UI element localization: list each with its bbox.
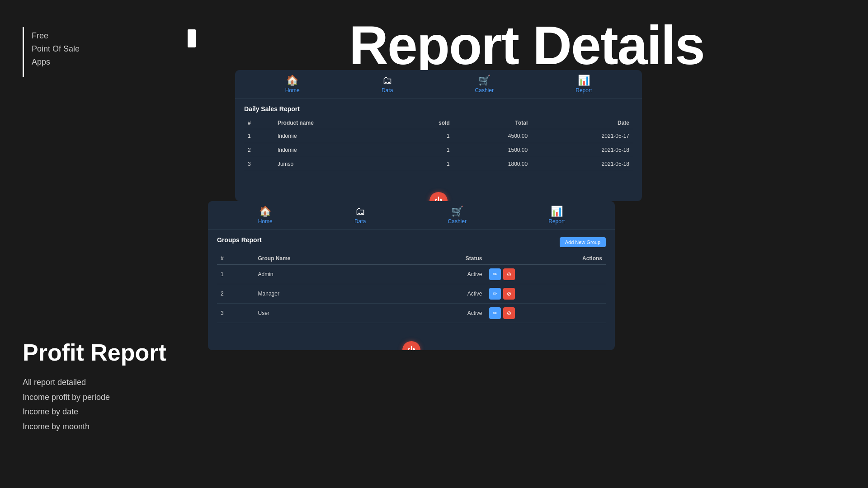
nav-report-bottom[interactable]: 📊 Report xyxy=(548,206,565,225)
daily-sales-table: # Product name sold Total Date 1 Indomie… xyxy=(244,117,633,171)
table-row: 2 Manager Active ✏ ⊘ xyxy=(217,284,606,304)
daily-sales-area: Daily Sales Report # Product name sold T… xyxy=(235,99,642,178)
row-product: Indomie xyxy=(274,129,400,143)
grow-status: Active xyxy=(399,304,486,323)
grow-actions: ✏ ⊘ xyxy=(486,284,606,304)
profit-report-title: Profit Report xyxy=(23,339,166,366)
grow-num: 1 xyxy=(217,265,255,284)
screens-wrapper: 🏠 Home 🗂 Data 🛒 Cashier 📊 Report xyxy=(208,70,868,488)
col-date: Date xyxy=(531,117,633,129)
nav-report-top[interactable]: 📊 Report xyxy=(576,75,592,94)
grow-status: Active xyxy=(399,284,486,304)
data-icon-top: 🗂 xyxy=(382,75,392,86)
delete-button[interactable]: ⊘ xyxy=(503,288,515,300)
cashier-icon-top: 🛒 xyxy=(478,75,491,86)
nav-cashier-bottom[interactable]: 🛒 Cashier xyxy=(448,206,467,225)
app-info: Free Point Of Sale Apps xyxy=(32,29,80,68)
home-icon-bottom: 🏠 xyxy=(259,206,271,217)
action-buttons: ✏ ⊘ xyxy=(489,307,602,319)
bottom-left-section: Profit Report All report detailed Income… xyxy=(23,339,166,434)
row-num: 1 xyxy=(244,129,274,143)
vertical-divider xyxy=(23,27,24,77)
main-title: Report Details xyxy=(194,18,868,72)
gcol-status: Status xyxy=(399,253,486,265)
status-badge: Active xyxy=(467,291,482,297)
app-line2: Point Of Sale xyxy=(32,42,80,56)
delete-button[interactable]: ⊘ xyxy=(503,268,515,280)
edit-button[interactable]: ✏ xyxy=(489,268,501,280)
row-total: 1800.00 xyxy=(453,157,531,171)
desc-line-4: Income by moonth xyxy=(23,419,166,434)
row-product: Indomie xyxy=(274,143,400,157)
right-panel: Report Details 🏠 Home 🗂 Data 🛒 Cashier xyxy=(194,0,868,488)
grow-name: Admin xyxy=(255,265,399,284)
app-line1: Free xyxy=(32,29,80,42)
power-button-bottom[interactable] xyxy=(402,341,420,350)
col-num: # xyxy=(244,117,274,129)
nav-data-bottom[interactable]: 🗂 Data xyxy=(354,206,366,225)
grow-actions: ✏ ⊘ xyxy=(486,265,606,284)
profit-description: All report detailed Income profit by per… xyxy=(23,375,166,434)
cashier-label-top: Cashier xyxy=(475,87,494,94)
row-date: 2021-05-17 xyxy=(531,129,633,143)
row-sold: 1 xyxy=(400,157,453,171)
groups-area: Groups Report Add New Group # Group Name… xyxy=(208,230,615,330)
cashier-label-bottom: Cashier xyxy=(448,218,467,225)
report-label-bottom: Report xyxy=(548,218,565,225)
bottom-nav-bar: 🏠 Home 🗂 Data 🛒 Cashier 📊 Report xyxy=(208,201,615,230)
groups-title: Groups Report xyxy=(217,236,262,244)
left-panel: Free Point Of Sale Apps Profit Report Al… xyxy=(0,0,194,488)
add-new-group-button[interactable]: Add New Group xyxy=(560,237,606,247)
gcol-num: # xyxy=(217,253,255,265)
grow-name: Manager xyxy=(255,284,399,304)
table-row: 1 Indomie 1 4500.00 2021-05-17 xyxy=(244,129,633,143)
row-sold: 1 xyxy=(400,129,453,143)
edit-button[interactable]: ✏ xyxy=(489,288,501,300)
grow-status: Active xyxy=(399,265,486,284)
row-num: 2 xyxy=(244,143,274,157)
table-row: 1 Admin Active ✏ ⊘ xyxy=(217,265,606,284)
nav-home-bottom[interactable]: 🏠 Home xyxy=(258,206,273,225)
bottom-screen: 🏠 Home 🗂 Data 🛒 Cashier 📊 Report xyxy=(208,201,615,350)
status-badge: Active xyxy=(467,271,482,277)
report-icon-bottom: 📊 xyxy=(551,206,563,217)
power-button-top[interactable] xyxy=(429,192,448,201)
top-nav-bar: 🏠 Home 🗂 Data 🛒 Cashier 📊 Report xyxy=(235,70,642,99)
col-total: Total xyxy=(453,117,531,129)
top-screen: 🏠 Home 🗂 Data 🛒 Cashier 📊 Report xyxy=(235,70,642,201)
grow-name: User xyxy=(255,304,399,323)
gcol-actions: Actions xyxy=(486,253,606,265)
app-line3: Apps xyxy=(32,56,80,69)
row-num: 3 xyxy=(244,157,274,171)
home-label-top: Home xyxy=(285,87,300,94)
table-row: 3 User Active ✏ ⊘ xyxy=(217,304,606,323)
row-product: Jumso xyxy=(274,157,400,171)
action-buttons: ✏ ⊘ xyxy=(489,268,602,280)
col-sold: sold xyxy=(400,117,453,129)
data-icon-bottom: 🗂 xyxy=(355,206,365,217)
row-date: 2021-05-18 xyxy=(531,157,633,171)
grow-num: 2 xyxy=(217,284,255,304)
nav-data-top[interactable]: 🗂 Data xyxy=(382,75,393,94)
desc-line-1: All report detailed xyxy=(23,375,166,389)
nav-home-top[interactable]: 🏠 Home xyxy=(285,75,300,94)
groups-table: # Group Name Status Actions 1 Admin Acti… xyxy=(217,253,606,323)
action-buttons: ✏ ⊘ xyxy=(489,288,602,300)
grow-actions: ✏ ⊘ xyxy=(486,304,606,323)
daily-sales-title: Daily Sales Report xyxy=(244,105,633,113)
grow-num: 3 xyxy=(217,304,255,323)
col-product: Product name xyxy=(274,117,400,129)
groups-header-row: # Group Name Status Actions xyxy=(217,253,606,265)
gcol-name: Group Name xyxy=(255,253,399,265)
delete-button[interactable]: ⊘ xyxy=(503,307,515,319)
row-sold: 1 xyxy=(400,143,453,157)
edit-button[interactable]: ✏ xyxy=(489,307,501,319)
data-label-top: Data xyxy=(382,87,393,94)
desc-line-2: Income profit by periode xyxy=(23,390,166,404)
groups-header: Groups Report Add New Group xyxy=(217,236,606,248)
status-badge: Active xyxy=(467,310,482,316)
cashier-icon-bottom: 🛒 xyxy=(451,206,463,217)
row-date: 2021-05-18 xyxy=(531,143,633,157)
nav-cashier-top[interactable]: 🛒 Cashier xyxy=(475,75,494,94)
table-header-row: # Product name sold Total Date xyxy=(244,117,633,129)
